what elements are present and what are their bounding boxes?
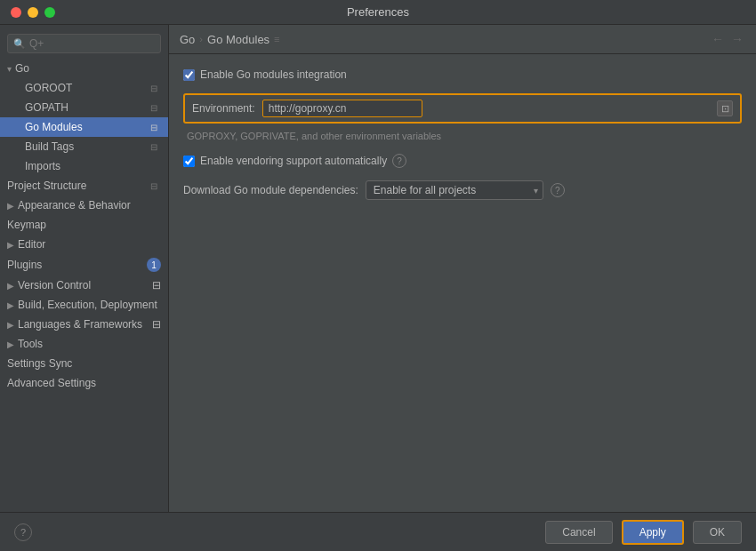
download-row: Download Go module dependencies: Enable … xyxy=(183,180,742,200)
imports-label: Imports xyxy=(25,160,60,172)
sidebar-item-keymap[interactable]: Keymap xyxy=(0,215,168,235)
main-layout: 🔍 ▾ Go GOROOT ⊟ GOPATH ⊟ Go Modules ⊟ Bu xyxy=(0,25,756,512)
vendoring-help-icon[interactable]: ? xyxy=(392,154,406,168)
sidebar-item-build-tags[interactable]: Build Tags ⊟ xyxy=(0,137,168,156)
download-help-icon[interactable]: ? xyxy=(551,183,565,197)
build-exec-label: Build, Execution, Deployment xyxy=(18,299,157,311)
content-header: Go › Go Modules ≡ ← → xyxy=(169,25,756,54)
build-exec-arrow-icon: ▶ xyxy=(7,300,14,310)
minimize-button[interactable] xyxy=(28,7,38,18)
enable-modules-row: Enable Go modules integration xyxy=(183,68,742,81)
build-tags-label: Build Tags xyxy=(25,140,74,153)
goroot-label: GOROOT xyxy=(25,82,72,94)
sidebar-item-version-control[interactable]: ▶ Version Control ⊟ xyxy=(0,276,168,295)
appearance-label: Appearance & Behavior xyxy=(18,199,131,212)
search-box[interactable]: 🔍 xyxy=(7,34,161,53)
search-input[interactable] xyxy=(29,37,155,50)
search-icon: 🔍 xyxy=(13,38,26,50)
footer-left: ? xyxy=(14,523,32,541)
sidebar-item-gopath[interactable]: GOPATH ⊟ xyxy=(0,98,168,117)
settings-icon: ≡ xyxy=(274,34,279,44)
nav-arrows: ← → xyxy=(710,32,745,46)
sidebar-item-imports[interactable]: Imports xyxy=(0,156,168,176)
environment-expand-button[interactable]: ⊡ xyxy=(717,100,733,116)
sidebar-item-project-structure[interactable]: Project Structure ⊟ xyxy=(0,176,168,196)
maximize-button[interactable] xyxy=(44,7,55,18)
environment-input[interactable] xyxy=(262,100,422,117)
sidebar-item-goroot[interactable]: GOROOT ⊟ xyxy=(0,78,168,98)
goroot-expand-icon: ⊟ xyxy=(147,84,161,93)
gopath-label: GOPATH xyxy=(25,101,68,114)
download-label: Download Go module dependencies: xyxy=(183,184,358,196)
sidebar: 🔍 ▾ Go GOROOT ⊟ GOPATH ⊟ Go Modules ⊟ Bu xyxy=(0,25,169,512)
help-button[interactable]: ? xyxy=(14,523,32,541)
sidebar-item-settings-sync[interactable]: Settings Sync xyxy=(0,354,168,373)
window-controls xyxy=(11,7,55,18)
ok-button[interactable]: OK xyxy=(693,521,742,544)
tools-label: Tools xyxy=(18,338,43,350)
breadcrumb-current: Go Modules xyxy=(207,33,269,46)
vendoring-label: Enable vendoring support automatically xyxy=(200,155,387,167)
footer: ? Cancel Apply OK xyxy=(0,512,756,551)
enable-modules-checkbox[interactable] xyxy=(183,69,195,81)
appearance-arrow-icon: ▶ xyxy=(7,201,14,211)
window-title: Preferences xyxy=(347,5,409,19)
project-structure-expand-icon: ⊟ xyxy=(147,181,161,191)
editor-label: Editor xyxy=(18,238,45,251)
languages-arrow-icon: ▶ xyxy=(7,320,14,330)
nav-forward-button[interactable]: → xyxy=(729,32,745,46)
tools-arrow-icon: ▶ xyxy=(7,339,14,349)
version-control-label: Version Control xyxy=(18,279,91,291)
go-modules-expand-icon: ⊟ xyxy=(147,123,161,132)
content-body: Enable Go modules integration Environmen… xyxy=(169,54,756,512)
settings-sync-label: Settings Sync xyxy=(7,357,72,370)
breadcrumb: Go › Go Modules ≡ xyxy=(180,33,280,46)
apply-button[interactable]: Apply xyxy=(622,520,684,545)
build-tags-expand-icon: ⊟ xyxy=(147,142,161,152)
version-control-arrow-icon: ▶ xyxy=(7,281,14,291)
download-select-wrapper: Enable for all projects Disable Always a… xyxy=(366,180,543,200)
sidebar-item-plugins[interactable]: Plugins 1 xyxy=(0,254,168,276)
languages-expand-icon: ⊟ xyxy=(152,318,161,331)
enable-modules-label: Enable Go modules integration xyxy=(200,68,347,81)
editor-arrow-icon: ▶ xyxy=(7,240,14,250)
breadcrumb-parent: Go xyxy=(180,33,195,46)
go-modules-label: Go Modules xyxy=(25,121,83,133)
sidebar-item-editor[interactable]: ▶ Editor xyxy=(0,235,168,254)
nav-back-button[interactable]: ← xyxy=(710,32,726,46)
plugins-badge: 1 xyxy=(147,258,161,272)
footer-right: Cancel Apply OK xyxy=(545,520,742,545)
environment-hint: GOPROXY, GOPRIVATE, and other environmen… xyxy=(183,131,742,141)
plugins-label: Plugins xyxy=(7,259,42,271)
version-control-expand-icon: ⊟ xyxy=(152,279,161,291)
languages-label: Languages & Frameworks xyxy=(18,318,142,331)
sidebar-item-go[interactable]: ▾ Go xyxy=(0,59,168,78)
advanced-settings-label: Advanced Settings xyxy=(7,377,96,389)
close-button[interactable] xyxy=(11,7,21,18)
sidebar-item-advanced-settings[interactable]: Advanced Settings xyxy=(0,373,168,393)
go-arrow-icon: ▾ xyxy=(7,64,12,74)
sidebar-item-go-modules[interactable]: Go Modules ⊟ xyxy=(0,117,168,137)
keymap-label: Keymap xyxy=(7,219,46,231)
cancel-button[interactable]: Cancel xyxy=(545,521,612,544)
gopath-expand-icon: ⊟ xyxy=(147,103,161,113)
sidebar-item-build-exec[interactable]: ▶ Build, Execution, Deployment xyxy=(0,295,168,315)
sidebar-item-tools[interactable]: ▶ Tools xyxy=(0,334,168,354)
environment-label: Environment: xyxy=(192,102,255,115)
vendoring-row: Enable vendoring support automatically ? xyxy=(183,154,742,168)
sidebar-item-languages[interactable]: ▶ Languages & Frameworks ⊟ xyxy=(0,315,168,334)
content-panel: Go › Go Modules ≡ ← → Enable Go modules … xyxy=(169,25,756,512)
title-bar: Preferences xyxy=(0,0,756,25)
download-select[interactable]: Enable for all projects Disable Always a… xyxy=(366,180,543,200)
vendoring-checkbox[interactable] xyxy=(183,156,195,167)
go-label: Go xyxy=(15,62,29,75)
environment-row: Environment: ⊡ xyxy=(183,93,742,124)
project-structure-label: Project Structure xyxy=(7,180,86,192)
sidebar-item-appearance[interactable]: ▶ Appearance & Behavior xyxy=(0,196,168,215)
breadcrumb-separator: › xyxy=(199,34,203,44)
